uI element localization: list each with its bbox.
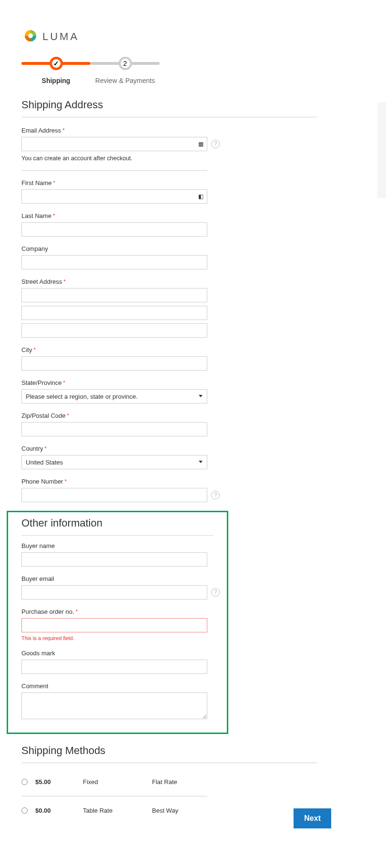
first-name-label: First Name bbox=[21, 179, 207, 186]
po-no-error: This is a required field. bbox=[21, 635, 207, 641]
phone-input[interactable] bbox=[21, 488, 207, 502]
street-input-1[interactable] bbox=[21, 288, 207, 302]
brand-name: LUMA bbox=[42, 31, 79, 43]
shipping-methods-list: $5.00 Fixed Flat Rate $0.00 Table Rate B… bbox=[21, 773, 207, 820]
phone-label: Phone Number bbox=[21, 478, 207, 485]
last-name-input[interactable] bbox=[21, 222, 207, 237]
zip-input[interactable] bbox=[21, 422, 207, 436]
street-input-2[interactable] bbox=[21, 306, 207, 320]
progress-step-2[interactable]: 2 bbox=[119, 57, 132, 70]
company-input[interactable] bbox=[21, 255, 207, 269]
brand-logo[interactable]: LUMA bbox=[21, 29, 365, 45]
country-select[interactable]: United States bbox=[21, 455, 207, 469]
checkout-progress: ✓ Shipping 2 Review & Payments bbox=[21, 57, 160, 84]
divider bbox=[21, 170, 207, 171]
progress-label-1: Shipping bbox=[42, 77, 71, 84]
progress-step-1[interactable]: ✓ bbox=[50, 57, 63, 70]
next-button[interactable]: Next bbox=[294, 808, 331, 828]
goods-mark-label: Goods mark bbox=[21, 650, 207, 657]
email-input[interactable] bbox=[21, 137, 207, 151]
divider bbox=[21, 117, 317, 117]
email-hint: You can create an account after checkout… bbox=[21, 155, 207, 162]
zip-label: Zip/Postal Code bbox=[21, 412, 207, 419]
step-number: 2 bbox=[123, 60, 127, 67]
street-label: Street Address bbox=[21, 278, 207, 285]
luma-logo-icon bbox=[23, 29, 38, 45]
keyboard-icon: ▦ bbox=[198, 141, 203, 147]
buyer-name-input[interactable] bbox=[21, 552, 207, 567]
help-icon[interactable]: ? bbox=[211, 140, 220, 148]
company-label: Company bbox=[21, 245, 207, 252]
shipping-radio-flat[interactable] bbox=[21, 779, 28, 785]
city-input[interactable] bbox=[21, 356, 207, 371]
help-icon[interactable]: ? bbox=[211, 491, 220, 499]
section-title-shipping: Shipping Address bbox=[21, 99, 365, 111]
city-label: City bbox=[21, 346, 207, 353]
comment-label: Comment bbox=[21, 682, 207, 690]
goods-mark-input[interactable] bbox=[21, 660, 207, 674]
other-info-section: Other information Buyer name Buyer email… bbox=[7, 511, 228, 734]
divider bbox=[21, 796, 207, 796]
ship-carrier: Best Way bbox=[152, 807, 207, 814]
section-title-other: Other information bbox=[21, 517, 213, 529]
po-no-label: Purchase order no. bbox=[21, 608, 207, 615]
ship-carrier: Flat Rate bbox=[152, 778, 207, 785]
section-title-methods: Shipping Methods bbox=[21, 744, 365, 757]
ship-type: Table Rate bbox=[83, 807, 152, 814]
street-input-3[interactable] bbox=[21, 323, 207, 338]
buyer-name-label: Buyer name bbox=[21, 542, 207, 549]
shipping-method-row[interactable]: $0.00 Table Rate Best Way bbox=[21, 801, 207, 820]
ship-price: $5.00 bbox=[35, 778, 83, 785]
ship-type: Fixed bbox=[83, 778, 152, 785]
divider bbox=[21, 763, 317, 763]
first-name-input[interactable] bbox=[21, 189, 207, 204]
shipping-method-row[interactable]: $5.00 Fixed Flat Rate bbox=[21, 773, 207, 791]
scrollbar[interactable] bbox=[377, 103, 386, 198]
buyer-email-label: Buyer email bbox=[21, 575, 207, 582]
autofill-icon: ◧ bbox=[198, 193, 203, 200]
help-icon[interactable]: ? bbox=[211, 588, 220, 597]
last-name-label: Last Name bbox=[21, 212, 207, 219]
state-select[interactable]: Please select a region, state or provinc… bbox=[21, 389, 207, 403]
email-label: Email Address bbox=[21, 127, 207, 134]
progress-label-2: Review & Payments bbox=[95, 77, 155, 84]
country-label: Country bbox=[21, 445, 207, 452]
check-icon: ✓ bbox=[53, 60, 59, 67]
shipping-radio-table[interactable] bbox=[21, 807, 28, 814]
po-no-input[interactable] bbox=[21, 618, 207, 632]
ship-price: $0.00 bbox=[35, 807, 83, 814]
comment-input[interactable] bbox=[21, 692, 207, 719]
buyer-email-input[interactable] bbox=[21, 585, 207, 599]
state-label: State/Province bbox=[21, 379, 207, 386]
divider bbox=[21, 535, 213, 536]
